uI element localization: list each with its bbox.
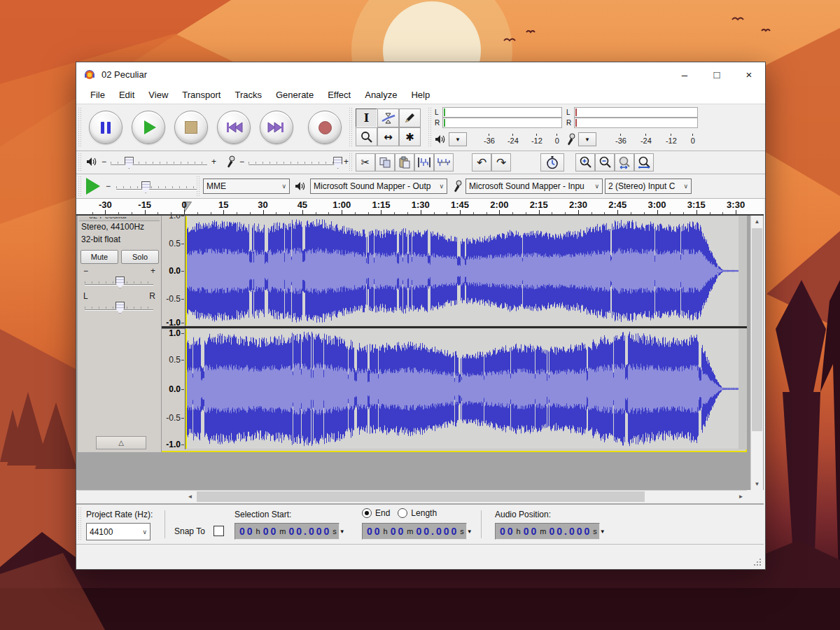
selection-toolbar-grip[interactable] xyxy=(78,507,82,540)
speaker-icon xyxy=(86,157,97,167)
pan-slider[interactable] xyxy=(85,300,153,314)
minimize-button[interactable]: – xyxy=(668,62,701,86)
track-control-panel[interactable]: 02 Peculiar Stereo, 44100Hz 32-bit float… xyxy=(78,216,162,452)
gain-thumb[interactable] xyxy=(115,276,125,288)
track-title-row-clipped[interactable]: 02 Peculiar xyxy=(79,217,160,221)
zoom-tool-button[interactable] xyxy=(356,127,377,146)
fit-selection-button[interactable] xyxy=(615,153,634,172)
zoom-in-button[interactable] xyxy=(575,153,595,172)
record-button[interactable] xyxy=(308,111,342,144)
project-rate-select[interactable]: 44100∨ xyxy=(86,523,150,540)
gain-slider[interactable] xyxy=(85,274,153,288)
playback-volume-slider[interactable] xyxy=(111,155,207,169)
menu-effect[interactable]: Effect xyxy=(321,90,358,100)
menu-generate[interactable]: Generate xyxy=(269,90,321,100)
silence-audio-button[interactable] xyxy=(434,153,454,172)
chevron-down-icon: ∨ xyxy=(142,528,147,536)
audio-position-field[interactable]: 00h00m00.000s▼ xyxy=(495,523,600,540)
recording-volume-thumb[interactable] xyxy=(333,157,342,169)
redo-button[interactable]: ↷ xyxy=(491,153,511,172)
selection-tool-button[interactable]: I xyxy=(356,108,377,127)
time-field-dropdown-icon[interactable]: ▼ xyxy=(340,528,345,535)
close-button[interactable]: × xyxy=(733,62,765,86)
recording-volume-slider[interactable] xyxy=(248,155,340,169)
menu-file[interactable]: File xyxy=(83,90,112,100)
timeshift-tool-button[interactable]: ↔ xyxy=(377,127,399,146)
undo-button[interactable]: ↶ xyxy=(472,153,491,172)
length-radio-label[interactable]: Length xyxy=(411,508,437,518)
maximize-button[interactable]: □ xyxy=(701,62,733,86)
skip-to-start-button[interactable] xyxy=(217,111,251,144)
input-channels-select[interactable]: 2 (Stereo) Input C∨ xyxy=(605,178,692,194)
menu-help[interactable]: Help xyxy=(404,90,437,100)
solo-button[interactable]: Solo xyxy=(121,250,159,264)
timeline-ruler[interactable]: -30-1501530451:001:151:301:452:002:152:3… xyxy=(76,199,764,216)
sync-lock-button[interactable] xyxy=(540,153,564,172)
paste-button[interactable] xyxy=(395,153,414,172)
mixer-toolbar-grip[interactable] xyxy=(78,153,82,172)
playback-volume-plus: + xyxy=(211,157,216,167)
collapse-track-button[interactable]: △ xyxy=(96,436,146,449)
menu-edit[interactable]: Edit xyxy=(112,90,141,100)
end-radio[interactable] xyxy=(362,508,372,518)
playback-volume-thumb[interactable] xyxy=(125,157,134,169)
scroll-up-arrow[interactable]: ▲ xyxy=(751,216,763,227)
resize-grip[interactable] xyxy=(752,557,761,566)
envelope-tool-button[interactable] xyxy=(377,108,399,127)
scroll-down-arrow[interactable]: ▼ xyxy=(751,478,763,490)
microphone-icon xyxy=(453,180,462,193)
input-device-select[interactable]: Microsoft Sound Mapper - Inpu∨ xyxy=(465,178,603,194)
titlebar[interactable]: 02 Peculiar – □ × xyxy=(76,62,765,86)
output-device-select[interactable]: Microsoft Sound Mapper - Outp∨ xyxy=(310,178,447,194)
time-field-dropdown-icon[interactable]: ▼ xyxy=(467,528,472,535)
stop-button[interactable] xyxy=(174,111,208,144)
playback-meter-scale: -36-24-120 xyxy=(484,134,559,145)
horizontal-scrollbar[interactable]: ◄ ► xyxy=(78,490,747,503)
snap-to-checkbox[interactable] xyxy=(214,526,224,536)
pan-thumb[interactable] xyxy=(115,302,125,314)
playback-meter-dropdown[interactable]: ▼ xyxy=(449,132,467,146)
playback-meter[interactable]: L R ▼ -36-24-120 xyxy=(435,107,562,148)
waveform-left-channel[interactable] xyxy=(186,216,738,326)
selection-end-field[interactable]: 00h00m00.000s▼ xyxy=(362,523,467,540)
play-speed-slider[interactable] xyxy=(116,179,197,193)
selection-start-field[interactable]: 00h00m00.000s▼ xyxy=(234,523,340,540)
length-radio[interactable] xyxy=(398,508,407,518)
copy-button[interactable] xyxy=(375,153,395,172)
vertical-scroll-thumb[interactable] xyxy=(752,228,762,431)
skip-to-end-button[interactable] xyxy=(260,111,293,144)
menu-tracks[interactable]: Tracks xyxy=(227,90,269,100)
menu-transport[interactable]: Transport xyxy=(175,90,227,100)
cut-button[interactable]: ✂ xyxy=(356,153,375,172)
recording-meter[interactable]: L R ▼ -36-24-120 xyxy=(566,107,698,148)
menu-analyze[interactable]: Analyze xyxy=(358,90,404,100)
audio-host-select[interactable]: MME∨ xyxy=(203,178,290,194)
multi-tool-button[interactable]: ✱ xyxy=(399,127,421,146)
horizontal-scroll-thumb[interactable] xyxy=(197,491,645,502)
trim-audio-button[interactable] xyxy=(414,153,434,172)
transport-toolbar-grip[interactable] xyxy=(78,108,82,146)
draw-tool-button[interactable] xyxy=(399,108,421,127)
play-speed-toolbar-grip[interactable] xyxy=(78,176,82,197)
zoom-out-button[interactable] xyxy=(595,153,615,172)
edit-toolbar-grip[interactable] xyxy=(349,153,353,172)
playback-meter-grip[interactable] xyxy=(428,108,432,146)
scroll-left-arrow[interactable]: ◄ xyxy=(184,491,196,503)
play-at-speed-button[interactable] xyxy=(86,178,100,195)
end-radio-label[interactable]: End xyxy=(375,508,390,518)
waveform-right-channel[interactable] xyxy=(186,329,738,449)
scroll-right-arrow[interactable]: ► xyxy=(735,491,747,503)
vertical-scrollbar[interactable]: ▲ ▼ xyxy=(750,216,763,490)
time-field-dropdown-icon[interactable]: ▼ xyxy=(600,528,606,535)
menu-view[interactable]: View xyxy=(141,90,175,100)
fit-project-button[interactable] xyxy=(634,153,654,172)
tools-toolbar-grip[interactable] xyxy=(349,108,353,146)
audio-track: 02 Peculiar Stereo, 44100Hz 32-bit float… xyxy=(78,216,747,452)
pause-button[interactable] xyxy=(89,111,122,144)
audacity-window: 02 Peculiar – □ × File Edit View Transpo… xyxy=(76,62,766,570)
mute-button[interactable]: Mute xyxy=(80,250,118,264)
recording-meter-dropdown[interactable]: ▼ xyxy=(578,132,596,146)
play-speed-thumb[interactable] xyxy=(141,181,150,193)
device-toolbar-grip[interactable] xyxy=(197,176,200,197)
play-button[interactable] xyxy=(132,111,165,144)
